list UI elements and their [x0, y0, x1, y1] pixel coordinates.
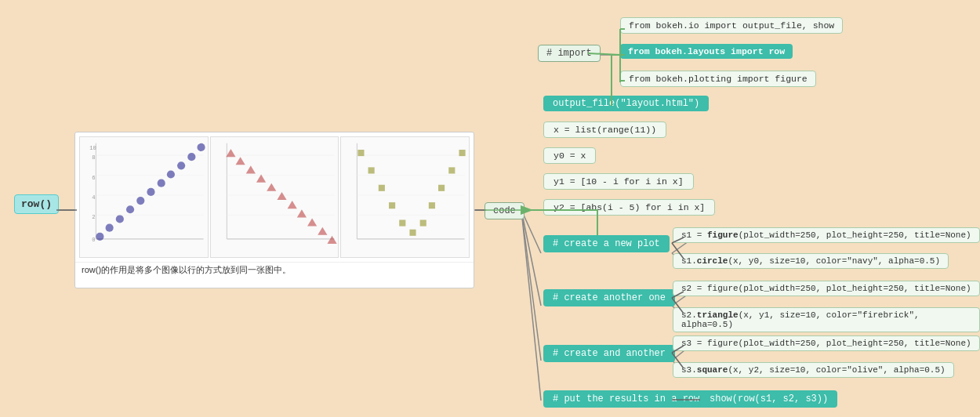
comment-create-new-text: # create a new plot	[553, 238, 660, 249]
comment-create-new: # create a new plot	[543, 235, 670, 252]
row-label: row()	[14, 194, 59, 214]
svg-point-23	[96, 233, 103, 241]
svg-text:8: 8	[92, 154, 95, 161]
svg-marker-56	[327, 236, 336, 244]
s1-circle-text: s1.circle(x, y0, size=10, color="navy", …	[681, 256, 940, 266]
svg-point-32	[187, 153, 195, 161]
code-x-range-text: x = list(range(11))	[554, 125, 656, 135]
svg-point-30	[167, 170, 175, 178]
svg-text:4: 4	[92, 194, 95, 201]
import-label: # import	[538, 45, 601, 62]
s1-figure-text: s1 = figure(plot_width=250, plot_height=…	[681, 230, 971, 240]
s2-figure: s2 = figure(plot_width=250, plot_height=…	[673, 281, 980, 296]
code-label: code	[485, 202, 524, 219]
svg-point-31	[177, 161, 185, 169]
svg-marker-51	[277, 192, 286, 200]
svg-rect-68	[410, 230, 416, 236]
comment-put-results-text: # put the results in a row	[553, 393, 699, 404]
s1-circle: s1.circle(x, y0, size=10, color="navy", …	[673, 253, 949, 269]
comment-create-another: # create another one	[543, 289, 675, 306]
svg-marker-48	[245, 165, 255, 173]
svg-rect-70	[429, 202, 435, 208]
output-file-box: output_file("layout.html")	[543, 96, 709, 111]
show-row-text: show(row(s1, s2, s3))	[710, 393, 828, 404]
svg-marker-55	[318, 227, 327, 235]
plot-3	[340, 136, 470, 258]
comment-create-another-text: # create another one	[553, 292, 666, 303]
s3-figure-text: s3 = figure(plot_width=250, plot_height=…	[681, 339, 971, 348]
svg-marker-47	[235, 157, 245, 165]
svg-rect-72	[449, 167, 456, 173]
s3-square-text: s3.square(x, y2, size=10, color="olive",…	[681, 365, 946, 375]
plot-preview: 0 2 4 6 8 10	[74, 132, 474, 288]
svg-marker-54	[307, 218, 317, 226]
code-y0-text: y0 = x	[554, 150, 586, 161]
svg-point-28	[147, 188, 154, 196]
s2-triangle: s2.triangle(x, y1, size=10, color="fireb…	[673, 307, 980, 332]
svg-marker-52	[287, 201, 296, 208]
svg-marker-49	[256, 175, 266, 183]
code-label-text: code	[493, 205, 516, 216]
svg-text:0: 0	[92, 237, 95, 243]
code-y2: y2 = [abs(i - 5) for i in x]	[543, 199, 715, 216]
svg-point-25	[116, 215, 124, 223]
code-y1: y1 = [10 - i for i in x]	[543, 173, 694, 190]
comment-put-results: # put the results in a row	[543, 390, 709, 408]
plot-1: 0 2 4 6 8 10	[79, 136, 209, 258]
svg-rect-67	[400, 219, 406, 226]
s3-figure: s3 = figure(plot_width=250, plot_height=…	[673, 335, 980, 351]
code-y0: y0 = x	[543, 147, 596, 164]
show-row: show(row(s1, s2, s3))	[700, 390, 837, 408]
plot-area: 0 2 4 6 8 10	[75, 132, 474, 262]
import-text-3: from bokeh.plotting import figure	[629, 74, 808, 84]
svg-rect-71	[438, 185, 445, 191]
svg-line-7	[521, 210, 541, 401]
import-line-2: from bokeh.layouts import row	[620, 44, 793, 59]
code-y1-text: y1 = [10 - i for i in x]	[554, 176, 684, 187]
svg-text:6: 6	[92, 175, 95, 181]
svg-point-27	[136, 197, 144, 205]
import-label-text: # import	[546, 48, 592, 59]
svg-rect-63	[358, 150, 365, 156]
svg-point-33	[197, 143, 205, 151]
s1-figure: s1 = figure(plot_width=250, plot_height=…	[673, 227, 980, 243]
plot-2	[210, 136, 339, 258]
svg-rect-66	[389, 202, 395, 208]
svg-line-6	[521, 210, 541, 361]
import-text-2: from bokeh.layouts import row	[628, 46, 785, 56]
svg-text:10: 10	[89, 145, 96, 151]
code-x-range: x = list(range(11))	[543, 121, 666, 138]
svg-marker-50	[267, 183, 276, 191]
svg-rect-65	[379, 185, 385, 191]
svg-line-8	[672, 241, 688, 253]
svg-text:2: 2	[92, 214, 95, 220]
s3-square: s3.square(x, y2, size=10, color="olive",…	[673, 362, 954, 378]
row-label-text: row()	[21, 198, 52, 210]
s2-triangle-text: s2.triangle(x, y1, size=10, color="fireb…	[681, 310, 920, 329]
s2-figure-text: s2 = figure(plot_width=250, plot_height=…	[681, 284, 971, 293]
svg-line-5	[521, 210, 541, 306]
svg-rect-64	[368, 167, 375, 173]
svg-rect-69	[420, 219, 426, 226]
import-line-1: from bokeh.io import output_file, show	[620, 17, 843, 34]
output-file-text: output_file("layout.html")	[553, 98, 699, 109]
comment-create-and-another-text: # create and another	[553, 348, 666, 359]
svg-marker-46	[226, 149, 235, 157]
import-text-1: from bokeh.io import output_file, show	[629, 20, 834, 31]
plot-caption: row()的作用是将多个图像以行的方式放到同一张图中。	[75, 262, 474, 277]
import-line-3: from bokeh.plotting import figure	[620, 71, 816, 87]
comment-create-and-another: # create and another	[543, 345, 675, 362]
svg-point-29	[158, 179, 165, 187]
svg-point-24	[106, 224, 114, 232]
svg-rect-73	[459, 150, 466, 156]
code-y2-text: y2 = [abs(i - 5) for i in x]	[554, 202, 705, 212]
svg-point-26	[126, 205, 134, 213]
svg-marker-53	[296, 209, 306, 217]
caption-text: row()的作用是将多个图像以行的方式放到同一张图中。	[82, 265, 291, 274]
